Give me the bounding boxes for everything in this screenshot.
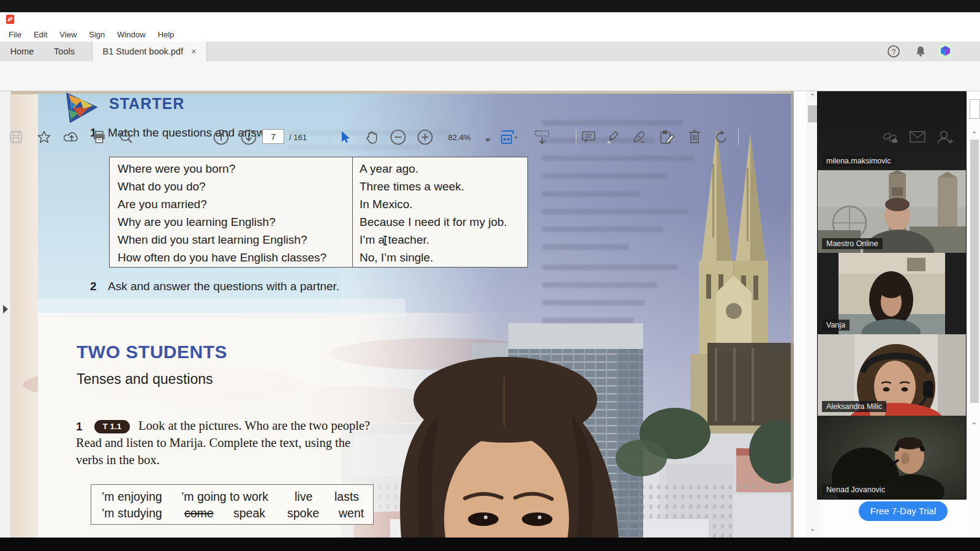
audio-track-badge: T 1.1 (94, 420, 130, 433)
answer-row: Three times a week. (360, 178, 527, 195)
scroll-up-icon[interactable]: ⌃ (810, 93, 815, 99)
page-number-input[interactable] (262, 129, 284, 144)
question-answer-table: Where were you born? What do you do? Are… (109, 157, 528, 268)
verb: ’m enjoying (102, 490, 162, 504)
page-scrolling-icon[interactable] (533, 129, 551, 146)
question-row: Are you married? (118, 195, 352, 213)
verb-crossed-out: come (184, 506, 214, 520)
star-favorites-icon[interactable] (36, 129, 53, 146)
participant-tile[interactable]: Aleksandra Milic (818, 334, 966, 416)
text-cursor (382, 236, 388, 246)
free-trial-button[interactable]: Free 7-Day Trial (859, 501, 948, 521)
share-link-icon[interactable] (881, 129, 899, 146)
edit-page-icon[interactable] (659, 129, 676, 146)
scroll-down-icon[interactable]: ⌄ (971, 419, 977, 425)
tab-document-label: B1 Student book.pdf (103, 47, 183, 56)
participant-tile[interactable]: Vanja (818, 253, 966, 334)
tab-bar: Home Tools B1 Student book.pdf × ? (0, 42, 980, 62)
bleed-through-text (542, 318, 634, 323)
user-avatar[interactable] (938, 43, 953, 61)
zoom-out-icon[interactable] (390, 129, 407, 146)
menu-view[interactable]: View (53, 28, 83, 42)
help-icon[interactable]: ? (887, 45, 900, 61)
verb: lasts (334, 490, 359, 504)
comment-icon[interactable] (580, 129, 597, 146)
bleed-through-text (542, 156, 694, 161)
verb: spoke (287, 506, 319, 520)
menu-sign[interactable]: Sign (83, 28, 111, 42)
delete-pages-icon[interactable] (686, 129, 703, 146)
verb: ’m going to work (181, 490, 268, 504)
menu-edit[interactable]: Edit (28, 28, 53, 42)
exercise2-number: 2 (90, 280, 97, 293)
zoom-level-value[interactable]: 82.4% (442, 133, 477, 144)
select-tool-icon[interactable] (337, 129, 354, 146)
previous-page-icon[interactable] (213, 129, 230, 146)
highlighter-icon[interactable] (605, 129, 622, 146)
toolbar-separator (329, 129, 330, 145)
print-icon[interactable] (91, 129, 108, 146)
woman-photo (400, 357, 619, 538)
bleed-through-text (542, 227, 663, 232)
toolbar-separator (738, 129, 739, 145)
tab-tools[interactable]: Tools (44, 42, 85, 61)
question-row: How often do you have English classes? (118, 249, 352, 266)
question-row: Why are you learning English? (118, 213, 352, 231)
profile-icon[interactable] (936, 129, 953, 146)
exercise3-line3: verbs in the box. (76, 453, 160, 467)
menu-help[interactable]: Help (152, 28, 181, 42)
bleed-through-text (542, 300, 645, 305)
rotate-pages-icon[interactable] (713, 129, 730, 146)
participant-name: Maestro Online (822, 238, 883, 249)
tab-close-icon[interactable]: × (191, 47, 196, 56)
bleed-through-text (542, 264, 678, 270)
question-row: When did you start learning English? (118, 231, 352, 249)
notification-bell-icon[interactable] (914, 45, 927, 61)
next-page-icon[interactable] (240, 129, 257, 146)
tab-home[interactable]: Home (0, 42, 44, 61)
bleed-through-text (542, 120, 683, 126)
verb: speak (233, 506, 265, 520)
scroll-down-icon[interactable]: ⌄ (810, 525, 815, 531)
bleed-through-text (542, 209, 688, 214)
search-icon[interactable] (118, 129, 135, 146)
question-row: Where were you born? (118, 160, 352, 178)
starter-heading: STARTER (109, 95, 184, 113)
verb-box: ’m enjoying ’m going to work live lasts … (91, 484, 374, 525)
application-window: B1 Student book.pdf - Adobe Acrobat Read… (0, 0, 980, 551)
pdf-file-icon (6, 15, 14, 24)
menu-window[interactable]: Window (111, 28, 151, 42)
menu-file[interactable]: File (2, 28, 28, 42)
answer-row: Because I need it for my job. (360, 213, 527, 231)
answer-row: A year ago. (360, 160, 527, 178)
hand-tool-icon[interactable] (363, 129, 380, 146)
questions-column: Where were you born? What do you do? Are… (110, 157, 353, 267)
bottom-black-bar (0, 538, 980, 551)
bleed-through-text (542, 244, 629, 250)
question-row: What do you do? (118, 178, 352, 195)
zoom-dropdown-caret[interactable] (480, 132, 497, 149)
navigation-pane-toggle-icon[interactable] (3, 305, 8, 313)
panel-scrollbar-thumb[interactable] (970, 140, 979, 403)
starter-unit-icon (61, 90, 102, 126)
email-icon[interactable] (909, 129, 926, 146)
cloud-upload-icon[interactable] (63, 129, 80, 146)
participant-tile[interactable]: Maestro Online (818, 170, 966, 253)
verb: went (339, 506, 364, 520)
pdf-scrollbar-thumb[interactable] (808, 105, 818, 122)
save-icon[interactable] (7, 129, 24, 146)
fit-width-icon[interactable] (500, 129, 517, 146)
svg-text:?: ? (892, 48, 896, 56)
participant-name: Nenad Jovanovic (822, 484, 889, 495)
answer-row: No, I’m single. (360, 249, 527, 266)
tab-document[interactable]: B1 Student book.pdf × (92, 42, 207, 61)
navigation-pane-strip (0, 91, 11, 538)
participant-name: milena.maksimovic (822, 156, 895, 167)
scroll-up-icon[interactable]: ⌃ (971, 131, 977, 137)
bleed-through-text (542, 282, 657, 288)
participant-tile-active-speaker[interactable]: Nenad Jovanovic (818, 416, 966, 499)
zoom-in-icon[interactable] (417, 129, 434, 146)
panel-scrollbar-box[interactable] (970, 99, 980, 119)
top-black-bar (0, 0, 980, 12)
fill-sign-pen-icon[interactable] (631, 129, 649, 146)
